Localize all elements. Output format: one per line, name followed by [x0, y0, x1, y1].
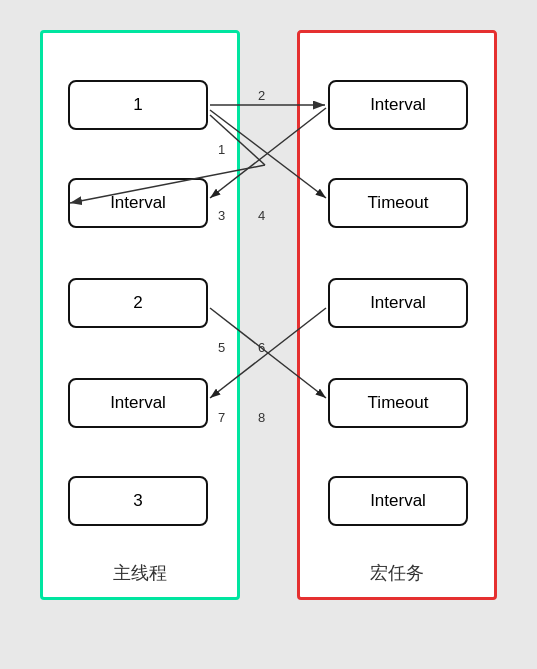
right-column-label: 宏任务 — [300, 561, 494, 585]
arrow-label-1: 1 — [218, 142, 225, 157]
arrow-label-2: 2 — [258, 88, 265, 103]
arrow-label-3: 3 — [218, 208, 225, 223]
arrow-label-5: 5 — [218, 340, 225, 355]
node-r3: Interval — [328, 278, 468, 328]
node-r2: Timeout — [328, 178, 468, 228]
node-r4: Timeout — [328, 378, 468, 428]
node-l1: 1 — [68, 80, 208, 130]
node-l5: 3 — [68, 476, 208, 526]
diagram: 主线程 宏任务 1 Interval 2 Interval 3 Interval… — [0, 0, 537, 669]
arrow-label-4: 4 — [258, 208, 265, 223]
node-l3: 2 — [68, 278, 208, 328]
arrow-label-8: 8 — [258, 410, 265, 425]
arrow-label-6: 6 — [258, 340, 265, 355]
node-l4: Interval — [68, 378, 208, 428]
arrow-label-7: 7 — [218, 410, 225, 425]
node-r1: Interval — [328, 80, 468, 130]
node-l2: Interval — [68, 178, 208, 228]
node-r5: Interval — [328, 476, 468, 526]
left-column-label: 主线程 — [43, 561, 237, 585]
